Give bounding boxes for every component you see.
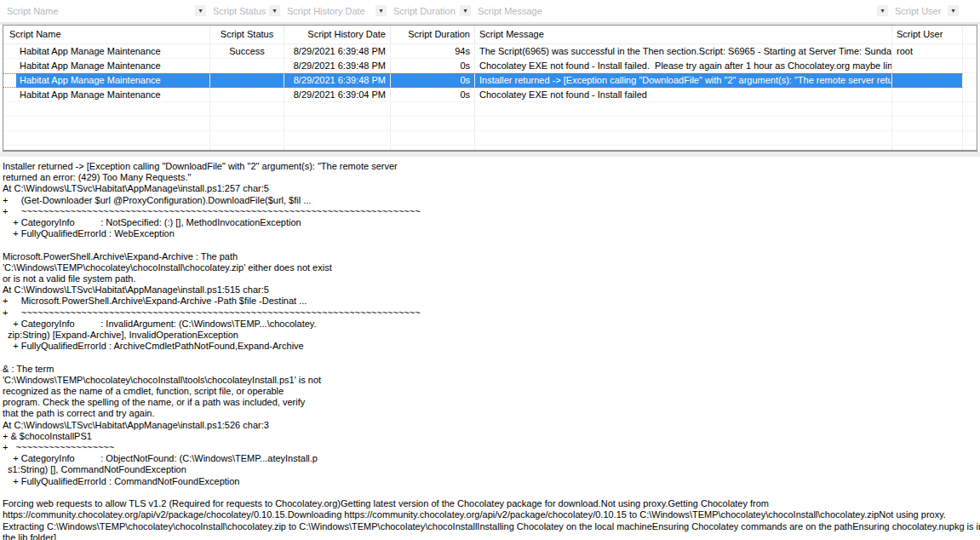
cell-status: [210, 88, 284, 101]
cell-message: Chocolatey EXE not found - Install faile…: [475, 88, 892, 101]
table-row[interactable]: [3, 131, 977, 146]
cell-name: Habitat App Manage Maintenance: [3, 73, 210, 88]
cell-filler: [963, 146, 977, 150]
table-row[interactable]: [3, 117, 977, 131]
filter-script-duration[interactable]: Script Duration ▾: [390, 0, 474, 22]
cell-filler: [963, 59, 977, 72]
cell-date: 8/29/2021 6:39:48 PM: [284, 44, 391, 58]
cell-duration: [391, 146, 475, 150]
filter-script-message[interactable]: Script Message ▾: [474, 0, 891, 22]
cell-duration: 0s: [391, 88, 475, 101]
cell-user: [892, 146, 963, 150]
column-header-filler: [963, 26, 977, 43]
table-row[interactable]: [3, 146, 977, 150]
filter-bar: Script Name ▾ Script Status ▾ Script His…: [0, 0, 980, 25]
cell-message: Chocolatey EXE not found - Install faile…: [475, 59, 892, 72]
table-row[interactable]: Habitat App Manage Maintenance 8/29/2021…: [3, 59, 977, 73]
filter-script-name[interactable]: Script Name ▾: [0, 0, 209, 22]
script-message-detail-text: Installer returned -> [Exception calling…: [0, 157, 980, 540]
chevron-down-icon[interactable]: ▾: [195, 5, 206, 16]
cell-duration: 0s: [391, 73, 475, 88]
cell-status: [210, 117, 284, 130]
chevron-down-icon[interactable]: ▾: [460, 5, 471, 16]
cell-duration: 0s: [391, 59, 475, 72]
filter-script-message-label: Script Message: [478, 6, 542, 16]
cell-name: Habitat App Manage Maintenance: [3, 88, 210, 101]
chevron-down-icon[interactable]: ▾: [375, 5, 387, 16]
filter-script-name-label: Script Name: [7, 6, 59, 16]
cell-date: [284, 146, 391, 150]
cell-name: Habitat App Manage Maintenance: [3, 59, 210, 72]
cell-user: [892, 131, 963, 145]
cell-message: Installer returned -> [Exception calling…: [475, 73, 892, 88]
cell-name: [3, 146, 210, 150]
cell-name: [3, 117, 210, 130]
cell-duration: [391, 102, 475, 116]
cell-date: [284, 102, 391, 116]
filter-script-history-date[interactable]: Script History Date ▾: [284, 0, 390, 22]
cell-date: 8/29/2021 6:39:04 PM: [284, 88, 391, 101]
column-header-script-message[interactable]: Script Message: [475, 26, 892, 43]
column-header-script-duration[interactable]: Script Duration: [391, 26, 475, 43]
table-header-row: Script Name Script Status Script History…: [3, 26, 977, 44]
cell-name: Habitat App Manage Maintenance: [3, 44, 210, 58]
column-header-script-name[interactable]: Script Name: [3, 26, 210, 43]
filter-script-status[interactable]: Script Status ▾: [209, 0, 284, 22]
column-header-script-history-date[interactable]: Script History Date: [284, 26, 391, 43]
cell-status: [210, 146, 284, 150]
filter-script-history-date-label: Script History Date: [287, 6, 365, 16]
cell-message: The Script(6965) was successful in the T…: [475, 44, 892, 58]
cell-date: 8/29/2021 6:39:48 PM: [284, 59, 391, 72]
cell-date: [284, 117, 391, 130]
cell-date: [284, 131, 391, 145]
table-row[interactable]: Habitat App Manage Maintenance Success 8…: [3, 44, 977, 59]
cell-duration: [391, 117, 475, 130]
cell-status: [210, 73, 284, 88]
cell-filler: [963, 117, 977, 130]
script-history-table: Script Name Script Status Script History…: [3, 25, 977, 152]
cell-message: [475, 117, 892, 130]
column-header-script-user[interactable]: Script User: [892, 26, 963, 43]
table-row[interactable]: [3, 102, 977, 117]
table-body: Habitat App Manage Maintenance Success 8…: [3, 44, 977, 150]
cell-status: [210, 59, 284, 72]
table-row[interactable]: Habitat App Manage Maintenance 8/29/2021…: [3, 88, 977, 102]
script-message-detail-pane: Installer returned -> [Exception calling…: [0, 157, 980, 540]
cell-name: [3, 131, 210, 145]
table-row[interactable]: Habitat App Manage Maintenance 8/29/2021…: [3, 73, 977, 88]
cell-filler: [963, 44, 977, 58]
cell-filler: [963, 102, 977, 116]
filter-script-status-label: Script Status: [213, 6, 266, 16]
filter-script-user[interactable]: Script User ▾: [891, 0, 962, 22]
chevron-down-icon[interactable]: ▾: [877, 5, 888, 16]
chevron-down-icon[interactable]: ▾: [948, 5, 959, 16]
cell-status: [210, 131, 284, 145]
cell-user: [892, 117, 963, 130]
cell-filler: [963, 88, 977, 101]
cell-date: 8/29/2021 6:39:48 PM: [284, 73, 391, 88]
cell-duration: 94s: [391, 44, 475, 58]
cell-message: [475, 102, 892, 116]
cell-message: [475, 146, 892, 150]
filter-script-user-label: Script User: [895, 6, 941, 16]
column-header-script-status[interactable]: Script Status: [210, 26, 284, 43]
filter-script-duration-label: Script Duration: [393, 6, 456, 16]
cell-user: [892, 59, 963, 72]
cell-user: [892, 88, 963, 101]
cell-user: [892, 102, 963, 116]
chevron-down-icon[interactable]: ▾: [269, 5, 280, 16]
cell-duration: [391, 131, 475, 145]
cell-filler: [963, 131, 977, 145]
cell-user: [892, 73, 963, 88]
cell-message: [475, 131, 892, 145]
cell-filler: [963, 73, 977, 88]
cell-status: [210, 102, 284, 116]
cell-user: root: [892, 44, 963, 58]
cell-name: [3, 102, 210, 116]
cell-status: Success: [210, 44, 284, 58]
